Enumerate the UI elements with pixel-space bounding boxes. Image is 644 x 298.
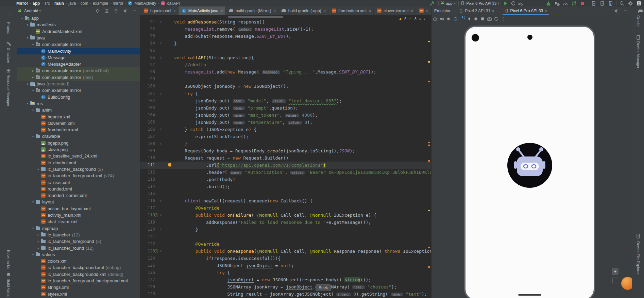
rotate-right-button[interactable] (459, 16, 465, 22)
device-selector[interactable]: Pixel 6 Pro API 33▾ (458, 1, 501, 6)
tree-item-ic-launcher-background-xml[interactable]: </>ic_launcher_background.xml(debug) (17, 264, 140, 271)
stripe-mark[interactable] (428, 41, 430, 42)
tree-item-rounded-xml[interactable]: </>rounded.xml (17, 186, 140, 192)
tree-item-buildconfig[interactable]: CBuildConfig (17, 94, 140, 100)
volume-down-button[interactable] (446, 16, 452, 22)
chevron-collapsed-icon[interactable]: ▸ (31, 76, 35, 79)
snapshot-button[interactable] (493, 16, 499, 22)
sidebar-item-device-file-explorer[interactable]: Device File Explorer (636, 241, 640, 275)
run-button[interactable] (503, 1, 509, 6)
code-editor[interactable]: ▲6 ✓3 ∧ ∨ 91∨void addResponse(String res… (140, 15, 431, 298)
chevron-expanded-icon[interactable]: ▾ (31, 109, 35, 112)
fold-marker[interactable]: ∨ (160, 90, 162, 97)
editor-tab[interactable]: </>clovernim.xml× (374, 6, 416, 15)
tree-item-clover-png[interactable]: clover.png (17, 146, 140, 153)
emulator-screen[interactable] (464, 26, 595, 298)
breadcrumb-item[interactable]: Mirror (16, 1, 28, 6)
intention-bulb-icon[interactable] (168, 163, 171, 166)
locate-button[interactable] (95, 8, 101, 14)
device-file-explorer-icon[interactable] (636, 234, 640, 239)
fold-marker[interactable]: ∧ (160, 226, 162, 233)
tree-item-mainactivity[interactable]: CMainActivity (17, 48, 140, 54)
tree-item-com-example-mirror[interactable]: ▾com.example.mirror (17, 41, 140, 48)
chevron-expanded-icon[interactable]: ▾ (31, 253, 35, 256)
chevron-expanded-icon[interactable]: ▾ (31, 135, 35, 138)
tree-item-activity-main-xml[interactable]: </>activity_main.xml (17, 212, 140, 218)
stripe-mark[interactable] (428, 142, 430, 143)
structure-tool-icon[interactable] (6, 42, 11, 47)
horizontal-scrollbar[interactable] (228, 16, 283, 18)
power-button[interactable] (432, 16, 438, 22)
close-icon[interactable]: × (221, 9, 223, 13)
tree-item-values[interactable]: ▾values (17, 251, 140, 258)
chevron-collapsed-icon[interactable]: ▸ (37, 233, 40, 236)
overview-button[interactable] (480, 16, 486, 22)
sidebar-item-structure[interactable]: Structure (6, 48, 11, 63)
tree-item-messageadapter[interactable]: CMessageAdapter (17, 61, 140, 67)
attach-button[interactable] (510, 1, 516, 6)
chevron-expanded-icon[interactable]: ▾ (31, 43, 35, 46)
sidebar-item-build-variants[interactable]: Build Variants (6, 279, 11, 298)
override-icon[interactable]: ↑ (154, 213, 158, 217)
device-play-button[interactable] (599, 1, 605, 6)
close-icon[interactable]: × (324, 9, 326, 13)
module-selector[interactable]: app▾ (438, 1, 457, 6)
stripe-mark[interactable] (428, 145, 430, 146)
tree-item-layout[interactable]: ▾layout (17, 199, 140, 205)
avatar-button[interactable] (636, 1, 642, 6)
chevron-collapsed-icon[interactable]: ▸ (37, 246, 40, 250)
tree-item-manifests[interactable]: ▾manifests (17, 21, 140, 28)
device-down-button[interactable] (608, 1, 614, 6)
tree-item-strings-xml[interactable]: </>strings.xml (17, 284, 140, 291)
editor-tab-partial[interactable]: </>∨⋮ (416, 6, 431, 15)
resource-manager-tool-icon[interactable] (6, 68, 11, 73)
more-button[interactable] (500, 16, 506, 22)
tree-item-styles-xml[interactable]: </>styles.xml (17, 291, 140, 297)
tree-item-colors-xml[interactable]: </>colors.xml (17, 258, 140, 264)
fold-marker[interactable]: ∨ (160, 197, 162, 204)
fold-marker[interactable]: ∧ (160, 140, 162, 147)
tree-item-bganim-xml[interactable]: </>bganim.xml (17, 114, 140, 120)
tree-item-chat-iteam-xml[interactable]: </>chat_iteam.xml (17, 218, 140, 225)
tree-item-ic-launcher[interactable]: ▸ic_launcher(12) (17, 232, 140, 238)
tree-item-androidmanifest-xml[interactable]: MFAndroidManifest.xml (17, 28, 140, 35)
debug-button[interactable] (545, 1, 552, 6)
camera-button[interactable] (487, 16, 492, 22)
device-mirror-button[interactable] (591, 1, 597, 6)
override-icon[interactable]: ↑ (154, 249, 158, 253)
search-button[interactable] (619, 1, 625, 6)
sync-button[interactable] (571, 1, 577, 6)
tree-item-clovernim-xml[interactable]: </>clovernim.xml (17, 120, 140, 127)
apply-button[interactable] (518, 1, 524, 6)
tree-item-app[interactable]: ▾app (17, 15, 140, 21)
stripe-mark[interactable] (428, 266, 430, 268)
sidebar-item-bookmarks[interactable]: Bookmarks (6, 250, 11, 269)
breadcrumb-item[interactable]: java (68, 1, 76, 6)
build-hammer-button[interactable] (429, 1, 435, 6)
project-view-selector[interactable]: Android (24, 9, 38, 13)
fold-marker[interactable]: ∧ (160, 40, 162, 47)
close-icon[interactable]: × (492, 9, 494, 13)
tree-item-ic-launcher-background[interactable]: ▸ic_launcher_background(2) (17, 166, 140, 172)
chevron-expanded-icon[interactable]: ▾ (26, 23, 29, 27)
fold-marker[interactable]: ∨ (160, 18, 162, 26)
chevron-collapsed-icon[interactable]: ▸ (37, 240, 40, 243)
sidebar-item-gradle[interactable]: Gradle (636, 15, 640, 27)
editor-tab[interactable]: CMainActivity.java× (179, 6, 226, 15)
collapse-all-button[interactable] (104, 8, 110, 14)
tree-item-com-example-mirror[interactable]: ▾com.example.mirror (17, 87, 140, 94)
chevron-expanded-icon[interactable]: ▾ (31, 200, 35, 204)
tree-item-mipmap[interactable]: ▾mipmap (17, 225, 140, 232)
settings-button[interactable] (627, 1, 633, 6)
breadcrumb-item[interactable]: mirror (113, 1, 123, 6)
back-button[interactable] (466, 16, 472, 22)
expand-all-button[interactable] (113, 8, 119, 14)
chevron-expanded-icon[interactable]: ▾ (31, 89, 35, 92)
tree-item-action-bar-layout-xml[interactable]: </>action_bar_layout.xml (17, 205, 140, 212)
tree-item-drawable[interactable]: ▾drawable (17, 133, 140, 139)
sidebar-item-device-manager[interactable]: Device Manager (636, 41, 640, 68)
sidebar-item-resource-manager[interactable]: Resource Manager (6, 74, 11, 106)
stripe-mark[interactable] (428, 81, 430, 82)
profiler-button[interactable] (562, 1, 569, 6)
breadcrumb-method[interactable]: callAPI (167, 1, 180, 6)
